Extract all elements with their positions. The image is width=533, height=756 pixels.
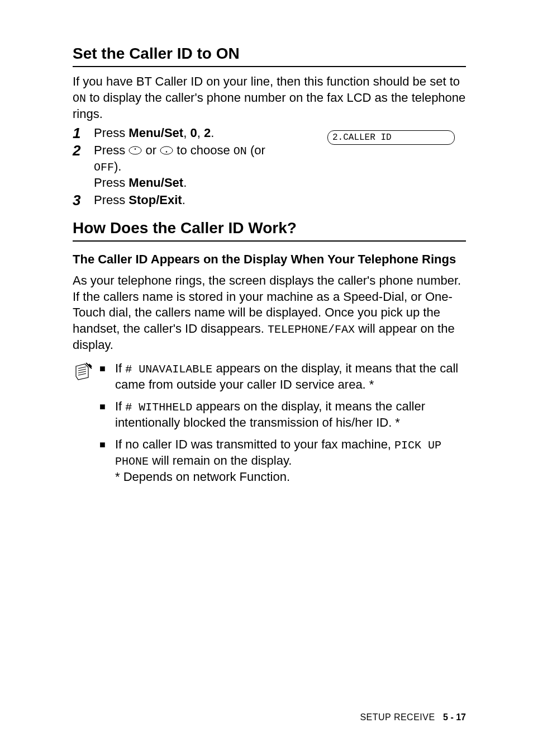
svg-point-1 [135,148,136,149]
note-3-pre: If no caller ID was transmitted to your … [115,437,394,451]
note-1-text: If # UNAVAILABLE appears on the display,… [115,361,466,393]
step-3-end: . [182,193,185,207]
body-paragraph: As your telephone rings, the screen disp… [73,273,466,353]
body-mono-telephonefax: TELEPHONE/FAX [268,323,355,336]
note-1-pre: If [115,361,125,375]
step-2-on: ON [234,145,247,158]
step-2-key-menuset: Menu/Set [129,176,183,190]
footer-section: SETUP RECEIVE [360,712,435,722]
svg-point-3 [166,151,167,152]
step-2-body: Press or to choose ON (or OFF). Press Me… [94,143,466,191]
heading-set-caller-id: Set the Caller ID to ON [73,45,466,67]
step-1-end: . [211,126,214,140]
step-number-3: 3 [73,192,94,209]
note-item-3: ■ If no caller ID was transmitted to you… [99,437,466,485]
step-2-off: OFF [94,161,114,174]
svg-point-0 [129,147,141,154]
note-footnote: * Depends on network Function. [115,470,290,484]
step-number-1: 1 [73,125,94,141]
nav-down-icon [160,143,173,159]
step-1-pre: Press [94,126,129,140]
intro-text-2: to display the caller's phone number on … [73,91,465,121]
step-2-mid: or [142,143,160,157]
heading-how-does-caller-id-work: How Does the Caller ID Work? [73,219,466,242]
step-3-key-stopexit: Stop/Exit [129,193,182,207]
subheading-caller-id-appears: The Caller ID Appears on the Display Whe… [73,252,466,267]
step-2-paren: (or [247,143,265,157]
intro-paragraph: If you have BT Caller ID on your line, t… [73,74,466,122]
note-1-code: # UNAVAILABLE [125,363,212,376]
intro-text-1: If you have BT Caller ID on your line, t… [73,74,460,88]
bullet-square-icon: ■ [99,399,115,413]
note-3-post: will remain on the display. [149,453,292,467]
note-2-code: # WITHHELD [125,401,192,414]
nav-up-icon [129,143,142,159]
step-2-post: to choose [173,143,234,157]
step-1-sep1: , [183,126,190,140]
step-2-line2-pre: Press [94,176,129,190]
footer-page-number: 5 - 17 [443,712,466,722]
step-2-pre: Press [94,143,129,157]
page-footer: SETUP RECEIVE 5 - 17 [360,712,466,722]
step-1-sep2: , [197,126,204,140]
note-2-text: If # WITHHELD appears on the display, it… [115,399,466,431]
note-3-text: If no caller ID was transmitted to your … [115,437,466,485]
bullet-square-icon: ■ [99,361,115,375]
step-1-key-menuset: Menu/Set [129,126,183,140]
note-item-1: ■ If # UNAVAILABLE appears on the displa… [99,361,466,393]
lcd-display: 2.CALLER ID [327,130,455,145]
step-2: 2 Press or to choose ON (or OFF). Press … [73,143,466,191]
note-block: ■ If # UNAVAILABLE appears on the displa… [73,361,466,490]
step-1-key-2: 2 [204,126,211,140]
step-number-2: 2 [73,143,94,159]
note-list: ■ If # UNAVAILABLE appears on the displa… [99,361,466,490]
step-3: 3 Press Stop/Exit. [73,192,466,209]
step-3-body: Press Stop/Exit. [94,192,466,209]
svg-point-2 [160,147,173,154]
page-container: Set the Caller ID to ON If you have BT C… [0,0,533,756]
note-item-2: ■ If # WITHHELD appears on the display, … [99,399,466,431]
note-2-pre: If [115,399,125,413]
step-3-pre: Press [94,193,129,207]
step-1-key-0: 0 [190,126,197,140]
intro-on-code: ON [73,92,86,105]
note-icon [73,361,99,384]
step-2-close: ). [114,159,121,173]
bullet-square-icon: ■ [99,437,115,451]
step-2-line2-end: . [183,176,187,190]
